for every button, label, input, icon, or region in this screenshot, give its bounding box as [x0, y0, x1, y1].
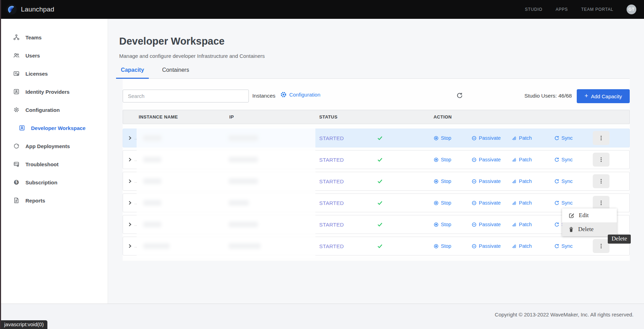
health-check-icon [377, 200, 383, 206]
redacted-instance-name [143, 157, 161, 162]
table-row[interactable]: .. STARTED Stop Passivate [123, 150, 630, 169]
sidebar-item-reports[interactable]: Reports [1, 191, 108, 209]
expand-chevron-icon[interactable] [126, 134, 134, 142]
sync-label: Sync [561, 157, 573, 162]
expand-chevron-icon[interactable] [126, 155, 134, 164]
sidebar-item-users[interactable]: Users [1, 46, 108, 64]
redacted-ip [229, 222, 258, 227]
sync-action[interactable]: Sync [554, 178, 573, 184]
row-kebab-menu-button[interactable] [593, 174, 610, 188]
toolbar: Instances Configuration Studio Users: 46… [123, 79, 630, 110]
brand[interactable]: Launchpad [0, 4, 54, 15]
redacted-text-fragment: .. [135, 222, 137, 227]
sidebar-item-app-deployments[interactable]: App Deployments [1, 137, 108, 155]
status-badge: STARTED [319, 157, 344, 163]
passivate-action[interactable]: Passivate [472, 243, 501, 249]
redacted-instance-name [143, 243, 170, 249]
column-action: ACTION [434, 114, 452, 120]
table-row[interactable]: .. STARTED Stop Passivate [123, 193, 630, 212]
expand-chevron-icon[interactable] [126, 220, 134, 229]
sync-action[interactable]: Sync [554, 157, 573, 162]
redacted-ip [229, 243, 261, 249]
sidebar-item-teams[interactable]: Teams [1, 28, 108, 46]
patch-label: Patch [519, 135, 532, 141]
table-row[interactable]: .. STARTED Stop Passivate [123, 172, 630, 191]
redacted-ip [229, 178, 258, 184]
studio-users-count: Studio Users: 46/68 [524, 93, 572, 99]
sync-action[interactable]: Sync [554, 200, 573, 206]
nav-apps[interactable]: APPS [555, 7, 568, 12]
row-kebab-menu-button[interactable] [593, 239, 610, 253]
licenses-icon [13, 70, 20, 77]
patch-action[interactable]: Patch [512, 243, 532, 249]
patch-action[interactable]: Patch [512, 135, 532, 141]
sync-action[interactable]: Sync [554, 135, 573, 141]
redacted-text-fragment: .. [135, 136, 137, 140]
menu-item-delete[interactable]: Delete [562, 222, 617, 236]
patch-action[interactable]: Patch [512, 178, 532, 184]
passivate-label: Passivate [479, 222, 501, 227]
sidebar-item-licenses[interactable]: Licenses [1, 64, 108, 83]
passivate-action[interactable]: Passivate [472, 157, 501, 162]
refresh-icon[interactable] [456, 92, 463, 99]
sync-label: Sync [561, 135, 573, 141]
main-content: Developer Workspace Manage and configure… [108, 19, 644, 304]
column-status: STATUS [319, 114, 337, 120]
stop-action[interactable]: Stop [434, 157, 451, 162]
expand-chevron-icon[interactable] [126, 199, 134, 207]
top-nav: STUDIO APPS TEAM PORTAL GT [525, 5, 644, 14]
redacted-ip [229, 200, 249, 206]
window-edge-strip [0, 0, 1, 329]
page-title: Developer Workspace [119, 36, 225, 47]
row-kebab-menu-button[interactable] [593, 153, 610, 167]
footer: Copyright © 2013-2022 WaveMaker, Inc. Al… [0, 304, 644, 329]
svg-text:$: $ [15, 180, 17, 184]
sidebar-item-developer-workspace[interactable]: Developer Workspace [1, 119, 108, 137]
redacted-instance-name [143, 200, 161, 206]
table-row[interactable]: .. STARTED Stop Passivate [123, 237, 630, 255]
subscription-icon: $ [13, 179, 20, 186]
sidebar-item-troubleshoot[interactable]: Troubleshoot [1, 155, 108, 173]
expand-chevron-icon[interactable] [126, 177, 134, 185]
sidebar-item-identity-providers[interactable]: Identity Providers [1, 83, 108, 101]
passivate-action[interactable]: Passivate [472, 135, 501, 141]
nav-studio[interactable]: STUDIO [525, 7, 542, 12]
configuration-icon [13, 106, 20, 113]
tab-capacity[interactable]: Capacity [116, 67, 149, 79]
row-kebab-menu-button[interactable] [593, 196, 610, 210]
expand-chevron-icon[interactable] [126, 242, 134, 250]
teams-icon [13, 34, 20, 41]
sidebar-item-configuration[interactable]: Configuration [1, 101, 108, 119]
nav-team-portal[interactable]: TEAM PORTAL [581, 7, 613, 12]
search-input[interactable] [123, 90, 249, 102]
stop-action[interactable]: Stop [434, 222, 451, 227]
sync-action[interactable]: Sync [554, 243, 573, 249]
tab-containers[interactable]: Containers [158, 67, 193, 79]
configuration-link[interactable]: Configuration [280, 91, 320, 98]
app-header: Launchpad STUDIO APPS TEAM PORTAL GT [0, 0, 644, 19]
patch-action[interactable]: Patch [512, 222, 532, 227]
stop-action[interactable]: Stop [434, 200, 451, 206]
row-context-menu: Edit Delete [562, 208, 617, 236]
passivate-action[interactable]: Passivate [472, 200, 501, 206]
stop-action[interactable]: Stop [434, 178, 451, 184]
table-row[interactable]: .. STARTED Stop Passivate [123, 129, 630, 147]
troubleshoot-icon [13, 161, 20, 168]
sidebar-item-subscription[interactable]: $ Subscription [1, 173, 108, 191]
table-row[interactable]: .. STARTED Stop Passivate [123, 215, 630, 234]
stop-action[interactable]: Stop [434, 243, 451, 249]
passivate-action[interactable]: Passivate [472, 178, 501, 184]
stop-action[interactable]: Stop [434, 135, 451, 141]
copyright-text: Copyright © 2013-2022 WaveMaker, Inc. Al… [495, 312, 634, 317]
instance-rows: .. STARTED Stop Passivate [123, 129, 630, 258]
patch-action[interactable]: Patch [512, 200, 532, 206]
status-badge: STARTED [319, 135, 344, 141]
passivate-action[interactable]: Passivate [472, 222, 501, 227]
tab-bar: Capacity Containers [119, 67, 630, 79]
patch-action[interactable]: Patch [512, 157, 532, 162]
menu-item-edit[interactable]: Edit [562, 208, 617, 222]
add-capacity-button[interactable]: + Add Capacity [577, 89, 630, 103]
user-avatar[interactable]: GT [627, 5, 636, 14]
row-kebab-menu-button[interactable] [593, 131, 610, 145]
patch-label: Patch [519, 178, 532, 184]
